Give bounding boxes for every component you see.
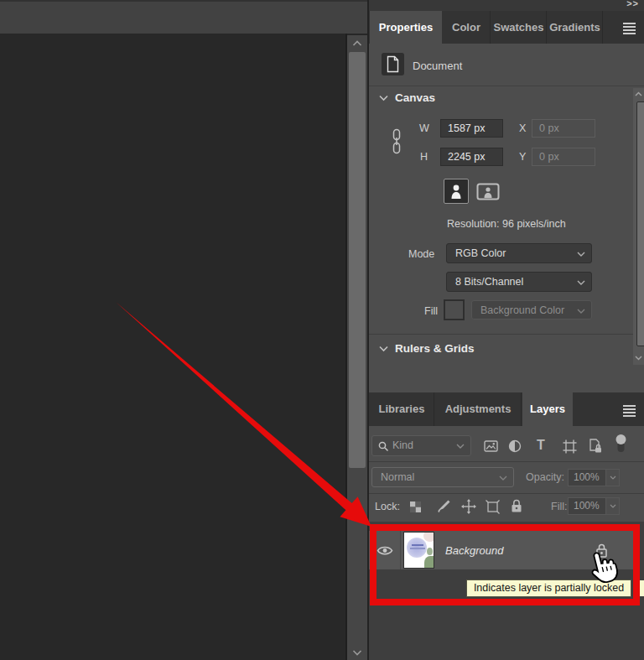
width-input[interactable]: 1587 px xyxy=(440,119,503,138)
height-input[interactable]: 2245 px xyxy=(440,148,503,166)
search-icon xyxy=(378,441,389,452)
document-canvas[interactable] xyxy=(0,34,345,660)
filter-toggle-icon xyxy=(615,434,627,455)
blend-mode-value: Normal xyxy=(381,471,414,483)
portrait-person-icon xyxy=(450,184,462,199)
filter-adjustment-layers-icon[interactable] xyxy=(508,439,522,453)
scroll-down-icon[interactable] xyxy=(352,649,362,656)
chevron-down-icon xyxy=(577,309,585,314)
chevron-down-icon xyxy=(577,280,585,285)
blend-mode-select: Normal xyxy=(371,467,514,487)
lock-all-icon[interactable] xyxy=(511,499,522,513)
filter-toggle[interactable] xyxy=(615,434,627,455)
filter-kind-select[interactable]: Kind xyxy=(371,435,471,456)
opacity-value: 100% xyxy=(568,469,606,486)
filter-type-layers-icon[interactable]: T xyxy=(537,438,545,453)
properties-tab-bar: Properties Color Swatches Gradients xyxy=(369,11,644,44)
chevron-down-icon xyxy=(610,476,616,480)
opacity-value-box: 100% xyxy=(568,469,620,486)
resolution-text: Resolution: 96 pixels/inch xyxy=(447,218,566,230)
canvas-section-title[interactable]: Canvas xyxy=(395,91,435,104)
canvas-section-chevron-icon[interactable] xyxy=(379,95,388,101)
collapse-panel-button[interactable]: >> xyxy=(626,0,639,8)
fill-opacity-label: Fill: xyxy=(551,501,567,512)
filter-shape-layers-icon[interactable] xyxy=(563,439,577,454)
document-icon xyxy=(382,53,404,75)
fill-value-box: 100% xyxy=(568,497,620,515)
panel-menu-icon[interactable] xyxy=(623,23,636,36)
tooltip-fragment xyxy=(640,580,644,596)
opacity-label: Opacity: xyxy=(526,471,564,483)
tab-adjustments[interactable]: Adjustments xyxy=(435,392,522,426)
tab-layers[interactable]: Layers xyxy=(522,392,573,426)
tab-gradients[interactable]: Gradients xyxy=(548,11,603,44)
bit-depth-value: 8 Bits/Channel xyxy=(455,276,523,288)
landscape-person-icon xyxy=(476,183,500,200)
document-window-header xyxy=(0,0,367,34)
scroll-down-icon[interactable] xyxy=(635,355,642,361)
document-vertical-scrollbar[interactable] xyxy=(347,35,367,660)
fill-value: 100% xyxy=(568,497,606,515)
link-dimensions-icon[interactable] xyxy=(390,128,403,154)
orientation-portrait-button[interactable] xyxy=(444,179,469,204)
scrollbar-thumb[interactable] xyxy=(349,52,366,468)
filter-smart-objects-icon[interactable] xyxy=(589,439,602,454)
properties-target-label: Document xyxy=(413,60,462,72)
y-input: 0 px xyxy=(532,148,595,166)
section-divider xyxy=(369,334,644,335)
filter-pixel-layers-icon[interactable] xyxy=(484,440,498,452)
tab-color[interactable]: Color xyxy=(443,11,491,44)
fill-color-swatch[interactable] xyxy=(444,299,465,320)
x-label: X xyxy=(519,122,526,134)
scroll-up-icon[interactable] xyxy=(352,40,362,47)
y-label: Y xyxy=(519,151,526,163)
chevron-down-icon xyxy=(456,444,465,449)
fill-label: Fill xyxy=(424,305,438,317)
properties-header-row: Document xyxy=(369,44,644,86)
photoshop-window: >> Properties Color Swatches Gradients D… xyxy=(0,0,644,660)
chevron-down-icon xyxy=(499,476,507,481)
fill-mode-select: Background Color xyxy=(471,300,592,320)
chevron-down-icon xyxy=(610,504,616,508)
scrollbar-thumb[interactable] xyxy=(636,101,644,346)
layers-tab-bar: Libraries Adjustments Layers xyxy=(369,392,644,426)
orientation-landscape-button[interactable] xyxy=(476,183,500,200)
tab-properties[interactable]: Properties xyxy=(370,11,442,44)
mode-label: Mode xyxy=(408,248,434,260)
row-divider xyxy=(369,461,644,462)
fill-mode-value: Background Color xyxy=(480,304,564,316)
mode-value: RGB Color xyxy=(455,247,506,259)
lock-position-icon[interactable] xyxy=(461,499,476,514)
lock-label: Lock: xyxy=(375,501,400,512)
tab-libraries[interactable]: Libraries xyxy=(370,392,434,426)
row-divider xyxy=(369,493,644,494)
bit-depth-select[interactable]: 8 Bits/Channel xyxy=(446,272,592,292)
scroll-up-icon[interactable] xyxy=(635,91,642,97)
panel-top-strip: >> xyxy=(369,0,644,11)
lock-frame-nesting-icon[interactable] xyxy=(486,500,500,514)
filter-kind-value: Kind xyxy=(392,439,413,451)
panel-menu-icon[interactable] xyxy=(623,405,636,418)
width-label: W xyxy=(419,122,429,134)
rulers-section-chevron-icon[interactable] xyxy=(379,346,388,352)
height-label: H xyxy=(420,151,428,163)
rulers-section-title[interactable]: Rulers & Grids xyxy=(395,342,475,355)
x-input: 0 px xyxy=(532,119,595,138)
lock-pixels-brush-icon[interactable] xyxy=(436,499,451,514)
mode-select[interactable]: RGB Color xyxy=(446,243,592,263)
properties-scrollbar[interactable] xyxy=(633,88,644,365)
lock-transparency-icon[interactable] xyxy=(409,501,422,513)
tab-swatches[interactable]: Swatches xyxy=(491,11,547,44)
chevron-down-icon xyxy=(577,252,585,257)
